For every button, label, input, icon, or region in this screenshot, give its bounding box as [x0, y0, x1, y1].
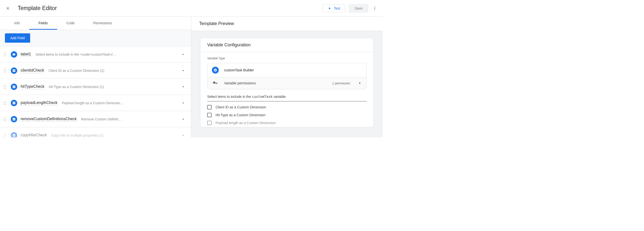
chevron-down-icon[interactable] — [180, 84, 186, 90]
svg-point-32 — [5, 120, 6, 121]
preview-title: Template Preview — [191, 17, 382, 31]
checkbox-icon[interactable] — [207, 121, 212, 125]
tab-code[interactable]: Code — [57, 17, 84, 30]
svg-point-12 — [5, 70, 6, 71]
field-hint: Select items to include in the <code>cus… — [36, 52, 177, 56]
field-name[interactable]: clientIdCheck — [20, 68, 44, 73]
drag-handle-icon[interactable] — [2, 52, 7, 57]
drag-handle-icon[interactable] — [2, 68, 7, 73]
variable-type-box: customTask Builder Variable permissions … — [207, 63, 367, 89]
field-row[interactable]: payloadLengthCheck Payload length as a C… — [0, 95, 191, 111]
variable-type-name: customTask Builder — [224, 68, 362, 72]
tab-permissions[interactable]: Permissions — [84, 17, 121, 30]
variable-type-row[interactable]: customTask Builder — [208, 63, 366, 77]
checkbox-item[interactable]: Client ID as a Custom Dimension — [207, 105, 367, 109]
checkbox-item[interactable]: Hit Type as a Custom Dimension — [207, 113, 367, 117]
svg-point-4 — [5, 52, 6, 53]
chevron-down-icon[interactable] — [180, 132, 186, 138]
svg-point-18 — [5, 86, 6, 87]
field-name[interactable]: label1 — [20, 52, 31, 57]
field-name[interactable]: copyHitsCheck — [20, 133, 47, 138]
more-icon[interactable] — [372, 6, 378, 11]
tab-info[interactable]: Info — [5, 17, 29, 30]
checkbox-icon — [11, 116, 17, 122]
drag-handle-icon[interactable] — [2, 84, 7, 89]
field-hint: Client ID as a Custom Dimension (1) — [48, 69, 177, 72]
svg-point-16 — [5, 85, 6, 86]
svg-point-23 — [4, 102, 4, 103]
checkbox-list: Client ID as a Custom Dimension Hit Type… — [207, 105, 367, 127]
field-name[interactable]: hitTypeCheck — [20, 84, 44, 89]
test-button[interactable]: Test — [323, 4, 345, 12]
checkbox-icon[interactable] — [207, 113, 212, 117]
field-name[interactable]: payloadLengthCheck — [20, 100, 58, 106]
svg-point-22 — [5, 101, 6, 102]
editor-tabs: Info Fields Code Permissions — [0, 17, 191, 30]
save-button[interactable]: Save — [349, 4, 368, 13]
svg-point-11 — [4, 70, 4, 71]
drag-handle-icon[interactable] — [2, 117, 7, 122]
svg-point-14 — [5, 72, 6, 72]
page-title: Template Editor — [18, 5, 323, 12]
svg-point-3 — [4, 52, 4, 53]
field-row[interactable]: removeCustomDefinitionsCheck Remove Cust… — [0, 111, 191, 127]
checkbox-icon — [11, 100, 17, 106]
chevron-down-icon[interactable] — [180, 68, 186, 74]
card-title: Variable Configuration — [200, 38, 374, 52]
checkbox-icon[interactable] — [207, 105, 212, 109]
fields-list: label1 Select items to include in the <c… — [0, 46, 191, 137]
svg-point-35 — [4, 135, 4, 136]
svg-point-9 — [4, 69, 4, 70]
svg-point-17 — [4, 86, 4, 87]
field-hint: Remove Custom Definiti… — [81, 117, 177, 121]
field-row[interactable]: clientIdCheck Client ID as a Custom Dime… — [0, 62, 191, 79]
checkbox-icon — [11, 132, 17, 138]
field-hint: Hit Type as a Custom Dimension (1) — [49, 85, 177, 89]
checkbox-label: Client ID as a Custom Dimension — [216, 105, 266, 109]
svg-point-38 — [5, 136, 6, 137]
svg-point-26 — [5, 104, 6, 105]
svg-point-24 — [5, 102, 6, 103]
svg-point-36 — [5, 135, 6, 136]
close-icon[interactable] — [5, 6, 11, 11]
main-body: Info Fields Code Permissions Add Field l… — [0, 17, 382, 137]
svg-point-33 — [4, 134, 4, 134]
variable-type-label: Variable Type — [207, 57, 367, 60]
svg-point-13 — [4, 72, 4, 72]
svg-point-31 — [4, 120, 4, 121]
checkbox-label: Hit Type as a Custom Dimension — [216, 113, 266, 117]
card-body: Variable Type customTask Builder — [200, 52, 374, 127]
svg-point-19 — [4, 88, 4, 88]
chevron-right-icon — [358, 81, 362, 85]
svg-point-34 — [5, 134, 6, 134]
field-row[interactable]: label1 Select items to include in the <c… — [0, 46, 191, 62]
chevron-down-icon[interactable] — [180, 52, 186, 58]
svg-point-15 — [4, 85, 4, 86]
checkbox-icon — [11, 68, 17, 74]
preview-body: Variable Configuration Variable Type cus… — [191, 31, 382, 134]
svg-point-37 — [4, 136, 4, 137]
svg-point-10 — [5, 69, 6, 70]
svg-point-7 — [4, 56, 4, 56]
drag-handle-icon[interactable] — [2, 101, 7, 105]
field-row[interactable]: copyHitsCheck Copy hits to multiple prop… — [0, 127, 191, 137]
field-row[interactable]: hitTypeCheck Hit Type as a Custom Dimens… — [0, 79, 191, 95]
tab-fields[interactable]: Fields — [29, 17, 57, 30]
svg-point-6 — [5, 54, 6, 55]
svg-point-28 — [5, 117, 6, 118]
checkbox-item[interactable]: Payload length as a Custom Dimension — [207, 121, 367, 125]
variable-permissions-row[interactable]: Variable permissions 1 permission — [208, 77, 366, 89]
gear-icon — [212, 67, 219, 74]
field-name[interactable]: removeCustomDefinitionsCheck — [20, 117, 77, 122]
permissions-label: Variable permissions — [224, 81, 327, 85]
add-field-button[interactable]: Add Field — [5, 33, 30, 43]
drag-handle-icon[interactable] — [2, 133, 7, 138]
fields-toolbar: Add Field — [0, 30, 191, 46]
test-button-label: Test — [334, 6, 340, 10]
left-panel: Info Fields Code Permissions Add Field l… — [0, 17, 191, 137]
checkbox-icon — [11, 84, 17, 90]
chevron-down-icon[interactable] — [180, 100, 186, 106]
chevron-down-icon[interactable] — [180, 116, 186, 122]
checkbox-label: Payload length as a Custom Dimension — [216, 121, 276, 125]
variable-config-card: Variable Configuration Variable Type cus… — [200, 38, 374, 127]
